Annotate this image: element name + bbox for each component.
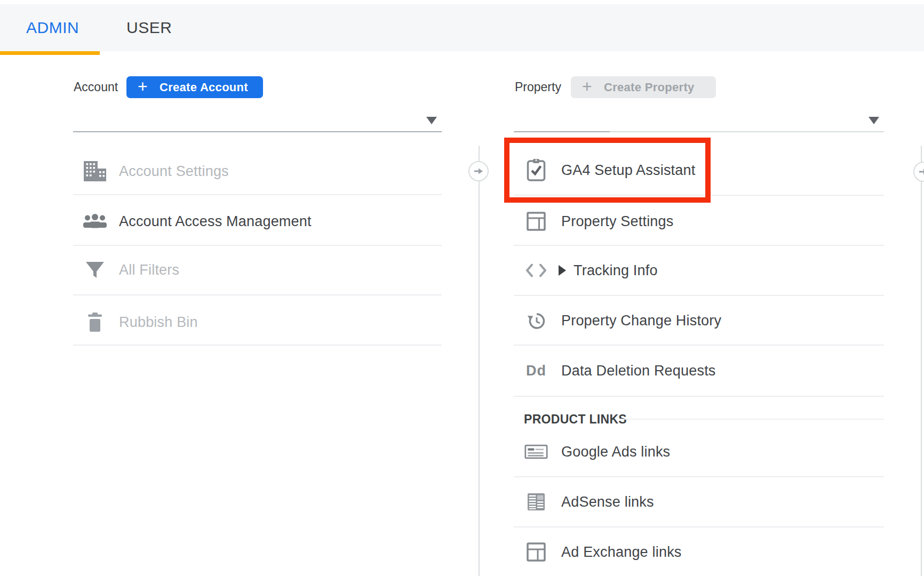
menu-item-label: Tracking Info xyxy=(573,262,658,279)
section-rule xyxy=(620,419,884,420)
create-property-button-label: Create Property xyxy=(604,81,695,94)
people-icon xyxy=(82,214,108,229)
property-selector-caret-down-icon[interactable] xyxy=(869,117,879,124)
menu-item-account-access-management[interactable]: Account Access Management xyxy=(82,209,412,234)
tab-admin[interactable]: ADMIN xyxy=(26,4,79,51)
tab-bar: ADMIN USER xyxy=(0,4,924,51)
menu-item-label: Ad Exchange links xyxy=(561,544,682,561)
ad-exchange-icon xyxy=(524,542,548,562)
separator xyxy=(73,245,442,246)
create-account-button[interactable]: + Create Account xyxy=(126,76,263,98)
collapse-column-arrow-button[interactable] xyxy=(468,161,489,181)
filter-icon xyxy=(82,261,108,279)
menu-item-label: Property Change History xyxy=(561,313,721,329)
separator xyxy=(514,476,884,477)
dd-icon: Dd xyxy=(524,363,548,379)
product-links-section-heading: PRODUCT LINKS xyxy=(524,409,627,430)
menu-item-rubbish-bin: Rubbish Bin xyxy=(82,310,412,334)
active-tab-indicator xyxy=(0,51,100,55)
account-column-heading: Account xyxy=(74,76,118,98)
menu-item-account-settings: Account Settings xyxy=(82,159,412,183)
menu-item-data-deletion-requests[interactable]: Dd Data Deletion Requests xyxy=(524,358,877,383)
menu-item-tracking-info[interactable]: Tracking Info xyxy=(524,258,877,283)
plus-icon: + xyxy=(582,78,592,95)
menu-item-ga4-setup-assistant[interactable]: GA4 Setup Assistant xyxy=(524,158,877,182)
edge-divider xyxy=(921,146,922,576)
menu-item-label: Google Ads links xyxy=(561,444,670,460)
column-divider xyxy=(479,146,480,576)
create-account-button-label: Create Account xyxy=(160,81,248,94)
arrow-right-icon xyxy=(473,167,484,175)
menu-item-label: All Filters xyxy=(119,262,179,278)
menu-item-all-filters: All Filters xyxy=(82,258,412,282)
plus-icon: + xyxy=(138,78,148,95)
menu-item-label: GA4 Setup Assistant xyxy=(561,162,695,179)
property-column-heading: Property xyxy=(515,76,561,98)
history-icon xyxy=(524,311,548,330)
collapse-column-arrow-button-right[interactable] xyxy=(913,162,924,182)
expand-arrow-icon[interactable] xyxy=(559,265,566,276)
menu-item-property-settings[interactable]: Property Settings xyxy=(524,209,877,234)
separator xyxy=(514,396,884,397)
menu-item-property-change-history[interactable]: Property Change History xyxy=(524,308,877,333)
arrow-right-icon xyxy=(918,168,924,175)
adsense-icon xyxy=(524,492,548,511)
building-icon xyxy=(82,160,108,182)
menu-item-label: Account Settings xyxy=(119,163,229,180)
trash-icon xyxy=(82,312,108,332)
clipboard-check-icon xyxy=(524,158,548,182)
menu-item-ad-exchange-links[interactable]: Ad Exchange links xyxy=(524,540,877,564)
tab-user[interactable]: USER xyxy=(126,4,172,51)
menu-item-label: Account Access Management xyxy=(119,213,312,230)
account-selector-caret-down-icon[interactable] xyxy=(426,117,437,124)
menu-item-google-ads-links[interactable]: Google Ads links xyxy=(524,439,877,464)
separator xyxy=(73,345,442,346)
google-ads-icon xyxy=(524,444,548,460)
menu-item-label: Property Settings xyxy=(561,213,674,230)
menu-item-label: Rubbish Bin xyxy=(119,314,198,331)
separator xyxy=(514,526,884,527)
property-selector-underline-light xyxy=(610,131,884,132)
separator xyxy=(514,295,884,296)
layout-icon xyxy=(524,211,548,231)
separator xyxy=(73,194,442,195)
separator xyxy=(514,245,884,246)
account-selector-underline xyxy=(73,131,442,132)
separator xyxy=(514,345,884,346)
create-property-button[interactable]: + Create Property xyxy=(571,76,716,98)
menu-item-adsense-links[interactable]: AdSense links xyxy=(524,490,877,514)
menu-item-label: AdSense links xyxy=(561,494,654,510)
property-selector-underline xyxy=(514,131,610,132)
code-icon xyxy=(524,263,548,278)
separator xyxy=(73,294,442,295)
menu-item-label: Data Deletion Requests xyxy=(561,363,716,379)
separator xyxy=(514,195,884,196)
